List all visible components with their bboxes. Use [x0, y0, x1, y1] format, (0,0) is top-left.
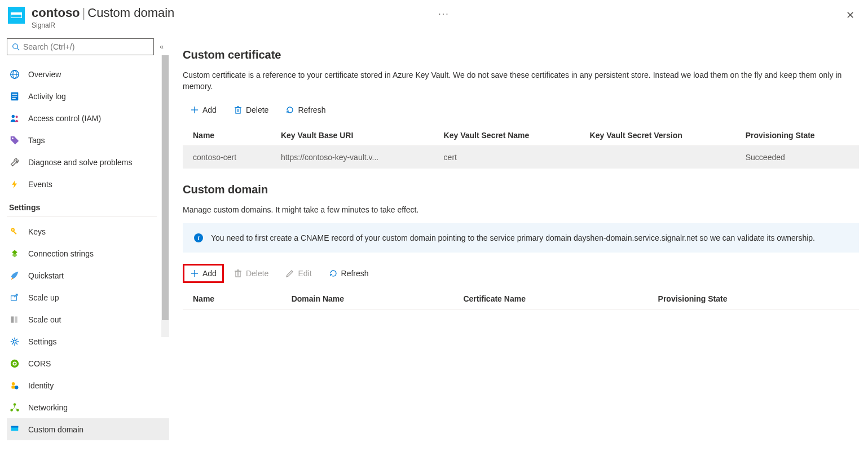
- identity-icon: [9, 380, 20, 391]
- resource-icon: [8, 7, 25, 24]
- col-state[interactable]: Provisioning State: [735, 125, 859, 146]
- domain-section-title: Custom domain: [183, 183, 859, 196]
- connection-icon: [9, 248, 20, 259]
- nav-label: Quickstart: [28, 271, 64, 280]
- sidebar-scrollbar[interactable]: [161, 55, 169, 337]
- col-domain[interactable]: Domain Name: [281, 289, 453, 309]
- gear-icon: [9, 336, 20, 347]
- nav-section-settings: Settings: [7, 195, 157, 217]
- page-title: contoso|Custom domain: [32, 6, 422, 20]
- cert-toolbar: Add Delete Refresh: [183, 100, 859, 120]
- svg-point-18: [13, 340, 16, 343]
- svg-point-11: [12, 138, 14, 139]
- people-icon: [9, 113, 20, 124]
- nav-events[interactable]: Events: [7, 173, 169, 195]
- pencil-icon: [285, 269, 294, 278]
- info-text: You need to first create a CNAME record …: [211, 232, 815, 244]
- nav-scale-out[interactable]: Scale out: [7, 308, 169, 330]
- domain-refresh-button[interactable]: Refresh: [321, 264, 376, 283]
- nav-quickstart[interactable]: Quickstart: [7, 264, 169, 286]
- cert-delete-button[interactable]: Delete: [226, 100, 276, 120]
- svg-point-21: [14, 362, 16, 365]
- nav-connection-strings[interactable]: Connection strings: [7, 242, 169, 264]
- nav-custom-domain[interactable]: Custom domain: [7, 418, 169, 440]
- cert-add-button[interactable]: Add: [183, 100, 224, 120]
- trash-icon: [233, 105, 243, 114]
- svg-rect-15: [11, 295, 17, 300]
- search-icon: [12, 43, 20, 51]
- nav-identity[interactable]: Identity: [7, 374, 169, 396]
- col-name[interactable]: Name: [183, 289, 281, 309]
- nav-label: Activity log: [28, 92, 66, 101]
- nav-label: Keys: [28, 227, 46, 236]
- nav-label: Settings: [28, 337, 57, 346]
- domain-table: Name Domain Name Certificate Name Provis…: [183, 289, 859, 309]
- cors-icon: [9, 358, 20, 369]
- svg-point-13: [12, 229, 14, 230]
- svg-rect-23: [11, 386, 15, 389]
- nav-access-control[interactable]: Access control (IAM): [7, 107, 169, 129]
- nav-label: Scale out: [28, 315, 61, 324]
- page-header: contoso|Custom domain SignalR ··· ✕: [0, 0, 868, 33]
- nav-scale-up[interactable]: Scale up: [7, 286, 169, 308]
- col-secret[interactable]: Key Vault Secret Name: [434, 125, 580, 146]
- nav-tags[interactable]: Tags: [7, 129, 169, 151]
- table-row[interactable]: contoso-cert https://contoso-key-vault.v…: [183, 145, 859, 169]
- scale-out-icon: [9, 314, 20, 325]
- rocket-icon: [9, 270, 20, 281]
- domain-toolbar: Add Delete Edit Refresh: [183, 264, 859, 283]
- trash-icon: [233, 269, 243, 278]
- btn-label: Delete: [246, 105, 268, 114]
- svg-rect-39: [236, 271, 240, 277]
- btn-label: Refresh: [341, 269, 369, 278]
- btn-label: Refresh: [298, 105, 325, 114]
- nav-label: CORS: [28, 359, 51, 368]
- cert-table: Name Key Vault Base URI Key Vault Secret…: [183, 125, 859, 169]
- nav-settings[interactable]: Settings: [7, 330, 169, 352]
- nav-diagnose[interactable]: Diagnose and solve problems: [7, 151, 169, 173]
- cert-refresh-button[interactable]: Refresh: [278, 100, 333, 120]
- info-banner: i You need to first create a CNAME recor…: [183, 223, 859, 253]
- col-name[interactable]: Name: [183, 125, 271, 146]
- log-icon: [9, 91, 20, 102]
- nav-keys[interactable]: Keys: [7, 220, 169, 242]
- svg-point-24: [15, 386, 18, 389]
- bolt-icon: [9, 179, 20, 190]
- col-uri[interactable]: Key Vault Base URI: [271, 125, 434, 146]
- nav-label: Connection strings: [28, 249, 94, 258]
- service-type: SignalR: [32, 21, 422, 29]
- collapse-sidebar-button[interactable]: «: [160, 43, 164, 51]
- nav-label: Identity: [28, 381, 54, 390]
- col-version[interactable]: Key Vault Secret Version: [580, 125, 735, 146]
- plus-icon: [190, 269, 199, 278]
- nav-list: Overview Activity log Access control (IA…: [7, 63, 169, 440]
- main-content: Custom certificate Custom certificate is…: [169, 33, 868, 460]
- nav-label: Overview: [28, 70, 61, 79]
- nav-cors[interactable]: CORS: [7, 352, 169, 374]
- svg-rect-7: [12, 96, 17, 96]
- search-box[interactable]: [7, 38, 154, 55]
- close-button[interactable]: ✕: [840, 6, 860, 25]
- col-cert[interactable]: Certificate Name: [453, 289, 647, 309]
- nav-overview[interactable]: Overview: [7, 63, 169, 85]
- tag-icon: [9, 135, 20, 146]
- domain-section: Custom domain Manage custom domains. It …: [183, 183, 859, 310]
- svg-point-25: [14, 403, 16, 406]
- resource-name: contoso: [32, 6, 80, 20]
- domain-delete-button: Delete: [226, 264, 276, 283]
- domain-section-desc: Manage custom domains. It might take a f…: [183, 204, 859, 215]
- more-button[interactable]: ···: [438, 9, 449, 19]
- search-input[interactable]: [23, 42, 149, 51]
- cell-version: [580, 145, 735, 169]
- nav-label: Networking: [28, 403, 68, 412]
- info-icon: i: [194, 233, 203, 242]
- key-icon: [9, 226, 20, 237]
- col-state[interactable]: Provisioning State: [648, 289, 859, 309]
- scale-up-icon: [9, 292, 20, 303]
- nav-activity-log[interactable]: Activity log: [7, 85, 169, 107]
- svg-rect-29: [11, 426, 19, 427]
- domain-add-button[interactable]: Add: [183, 264, 224, 283]
- page-subtitle: Custom domain: [87, 6, 174, 20]
- plus-icon: [190, 105, 199, 114]
- nav-networking[interactable]: Networking: [7, 396, 169, 418]
